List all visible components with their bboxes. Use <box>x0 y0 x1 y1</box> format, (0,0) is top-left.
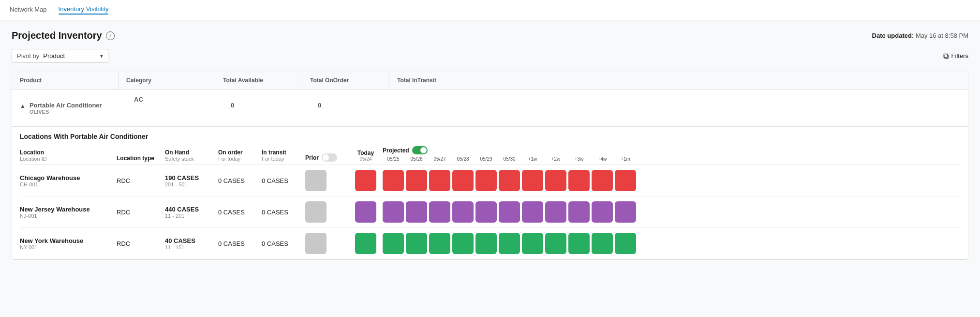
lr-location-nj: New Jersey Warehouse NJ-001 <box>20 206 117 219</box>
lr-location-ny: New York Warehouse NY-001 <box>20 237 117 250</box>
proj-date-label: 05/30 <box>499 156 520 162</box>
pivot-select-wrapper[interactable]: Pivot by Product ▾ <box>12 49 108 63</box>
date-updated: Date updated: May 16 at 8:58 PM <box>872 32 968 39</box>
controls-row: Pivot by Product ▾ ⧉ Filters <box>12 49 968 63</box>
proj-date-label: 05/28 <box>452 156 474 162</box>
main-content: Projected Inventory i Date updated: May … <box>0 20 980 317</box>
proj-date-label: +3w <box>568 156 590 162</box>
top-navigation: Network Map Inventory Visibility <box>0 0 980 20</box>
lr-onhand-nj: 440 CASES 11 - 201 <box>165 206 218 219</box>
proj-box-chicago-2 <box>406 170 427 191</box>
column-headers: Product Category Total Available Total O… <box>12 71 968 90</box>
today-box-nj <box>355 201 376 223</box>
lr-onhand-chicago: 190 CASES 201 - 501 <box>165 174 218 187</box>
lh-onorder: On order For today <box>218 149 262 162</box>
proj-date-label: 05/29 <box>475 156 497 162</box>
lr-today-nj <box>349 201 383 223</box>
proj-box-chicago-10 <box>592 170 613 191</box>
product-total-available: 0 <box>223 96 310 115</box>
proj-box-chicago-6 <box>499 170 520 191</box>
proj-date-label: +2w <box>545 156 566 162</box>
lh-type: Location type <box>117 155 165 162</box>
lr-location-chicago: Chicago Warehouse CH-001 <box>20 174 117 187</box>
product-total-onorder: 0 <box>310 96 397 115</box>
info-icon[interactable]: i <box>106 31 115 40</box>
proj-box-chicago-1 <box>383 170 404 191</box>
lr-today-chicago <box>349 170 383 191</box>
locations-section: Locations With Portable Air Conditioner … <box>12 127 968 259</box>
lr-intransit-ny: 0 CASES <box>262 240 305 247</box>
lr-projected-nj <box>383 201 960 223</box>
prior-box-chicago <box>305 170 327 191</box>
filter-button[interactable]: ⧉ Filters <box>943 52 968 60</box>
location-row-ny: New York Warehouse NY-001 RDC 40 CASES 1… <box>20 228 960 259</box>
col-header-total-available: Total Available <box>215 71 302 90</box>
proj-box-chicago-4 <box>452 170 474 191</box>
collapse-icon[interactable]: ▲ <box>20 103 26 109</box>
inventory-table: Product Category Total Available Total O… <box>12 71 968 260</box>
proj-date-label: +4w <box>592 156 613 162</box>
prior-toggle[interactable] <box>322 153 337 162</box>
lr-onorder-chicago: 0 CASES <box>218 177 262 184</box>
today-box-ny <box>355 233 376 254</box>
header-row: Projected Inventory i Date updated: May … <box>12 30 968 41</box>
page-title: Projected Inventory <box>12 30 102 41</box>
lh-onhand: On Hand Safety stock <box>165 149 218 162</box>
location-table-header: Location Location ID Location type On Ha… <box>20 146 960 165</box>
proj-dates: 05/2505/2605/2705/2805/2905/30+1w+2w+3w+… <box>383 156 960 162</box>
lh-location: Location Location ID <box>20 149 117 162</box>
locations-table: Location Location ID Location type On Ha… <box>20 146 960 259</box>
col-header-category: Category <box>119 71 215 90</box>
chevron-down-icon: ▾ <box>100 53 103 60</box>
lr-intransit-nj: 0 CASES <box>262 209 305 216</box>
lr-onorder-ny: 0 CASES <box>218 240 262 247</box>
lr-onhand-ny: 40 CASES 11 - 151 <box>165 237 218 250</box>
col-header-total-intransit: Total InTransit <box>389 71 968 90</box>
lr-type-chicago: RDC <box>117 177 165 184</box>
location-row: Chicago Warehouse CH-001 RDC 190 CASES 2… <box>20 165 960 196</box>
lh-prior: Prior <box>305 153 349 162</box>
product-name: Portable Air Conditioner <box>30 102 102 109</box>
location-row-nj: New Jersey Warehouse NJ-001 RDC 440 CASE… <box>20 196 960 228</box>
proj-box-chicago-11 <box>615 170 636 191</box>
lh-projected: Projected 05/2505/2605/2705/2805/2905/30… <box>383 146 960 162</box>
lr-type-nj: RDC <box>117 209 165 216</box>
nav-item-network-map[interactable]: Network Map <box>10 6 47 14</box>
filter-icon: ⧉ <box>943 52 949 60</box>
product-sub: OLIVES <box>30 109 102 115</box>
proj-date-label: 05/27 <box>429 156 450 162</box>
product-category: AC <box>126 96 223 109</box>
lh-intransit: In transit For today <box>262 149 305 162</box>
proj-date-label: 05/25 <box>383 156 404 162</box>
col-header-total-onorder: Total OnOrder <box>302 71 389 90</box>
lr-prior-ny <box>305 233 349 254</box>
proj-box-chicago-8 <box>545 170 566 191</box>
proj-box-chicago-7 <box>522 170 543 191</box>
proj-date-label: +1w <box>522 156 543 162</box>
col-header-product: Product <box>12 71 119 90</box>
product-total-intransit <box>397 96 960 107</box>
lr-projected-ny <box>383 233 960 254</box>
lr-prior-chicago <box>305 170 349 191</box>
today-box-chicago <box>355 170 376 191</box>
lr-prior-nj <box>305 201 349 223</box>
projected-toggle[interactable] <box>412 146 428 154</box>
lr-today-ny <box>349 233 383 254</box>
lr-type-ny: RDC <box>117 240 165 247</box>
lr-intransit-chicago: 0 CASES <box>262 177 305 184</box>
lr-onorder-nj: 0 CASES <box>218 209 262 216</box>
nav-item-inventory-visibility[interactable]: Inventory Visibility <box>59 5 109 15</box>
prior-box-ny <box>305 233 327 254</box>
product-row: ▲ Portable Air Conditioner OLIVES AC 0 0 <box>12 90 968 127</box>
prior-box-nj <box>305 201 327 223</box>
proj-box-chicago-9 <box>568 170 590 191</box>
proj-box-chicago-5 <box>475 170 497 191</box>
proj-date-label: 05/26 <box>406 156 427 162</box>
pivot-select[interactable]: Product <box>43 52 96 60</box>
proj-box-chicago-3 <box>429 170 450 191</box>
pivot-label: Pivot by <box>17 52 39 60</box>
locations-title: Locations With Portable Air Conditioner <box>20 133 960 140</box>
proj-date-label: +1m <box>615 156 636 162</box>
lh-today: Today 05/24 <box>349 150 383 162</box>
lr-projected-chicago <box>383 170 960 191</box>
